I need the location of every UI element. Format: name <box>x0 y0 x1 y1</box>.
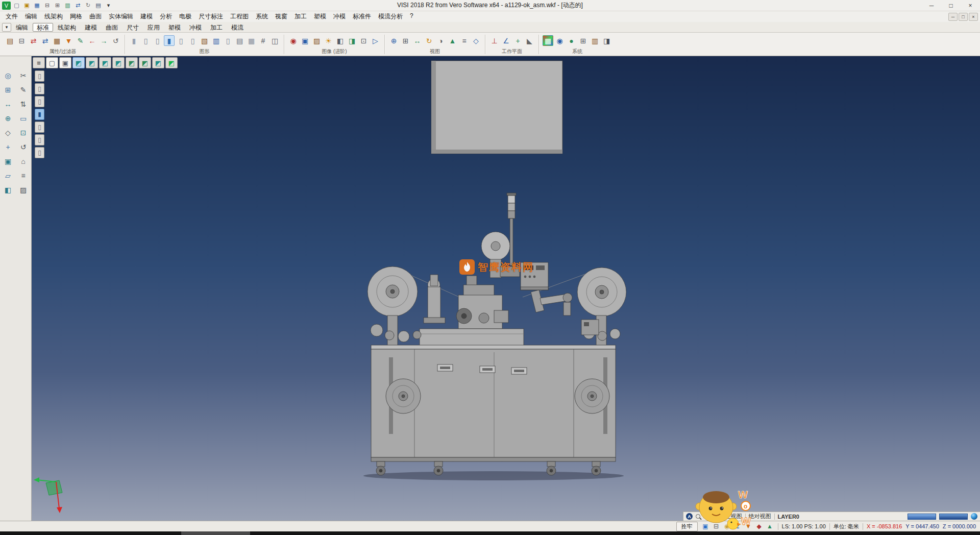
top-view-cube-icon[interactable]: ◩ <box>99 57 111 68</box>
menu-item[interactable]: ? <box>406 11 417 22</box>
background-icon[interactable]: ◨ <box>347 35 357 46</box>
menu-item[interactable]: 标准件 <box>349 11 375 22</box>
workplane-by-angle-icon[interactable]: ∠ <box>501 35 511 46</box>
ribbon-tab[interactable]: 模流 <box>227 23 248 32</box>
workplane-view-icon[interactable]: ◣ <box>524 35 535 46</box>
grid-toggle-icon[interactable]: # <box>258 35 268 46</box>
hatch-icon[interactable]: ▨ <box>17 184 30 196</box>
previous-view-icon[interactable]: ◑ <box>435 35 446 46</box>
shadows-icon[interactable]: ◧ <box>335 35 346 46</box>
print-icon[interactable]: ⊟ <box>43 2 52 10</box>
snapshot-icon[interactable]: ⊡ <box>358 35 369 46</box>
menu-item[interactable]: 网格 <box>66 11 86 22</box>
ribbon-tab[interactable]: 尺寸 <box>122 23 143 32</box>
shade-mode-icon[interactable]: ▮ <box>129 35 139 46</box>
ribbon-tab[interactable]: 曲面 <box>102 23 122 32</box>
element-color-icon[interactable]: ▧ <box>199 35 210 46</box>
zoom-fit-icon[interactable]: ⊕ <box>388 35 399 46</box>
menu-item[interactable]: 建模 <box>137 11 156 22</box>
plot-icon[interactable]: ⊞ <box>53 2 62 10</box>
animation-icon[interactable]: ▷ <box>370 35 381 46</box>
pan-icon[interactable]: ↔ <box>412 35 423 46</box>
mdi-minimize-button[interactable]: ─ <box>948 13 958 21</box>
filter-cylinder-icon-1[interactable]: ▯ <box>35 70 44 82</box>
attribute-print-icon[interactable]: ⊟ <box>16 35 27 46</box>
translate-icon[interactable]: ↔ <box>2 98 14 110</box>
select-icon[interactable]: ◎ <box>2 69 14 82</box>
ribbon-tab[interactable]: 线架构 <box>54 23 80 32</box>
layer-selector[interactable]: LAYER0 <box>778 514 799 520</box>
ribbon-tab[interactable]: 应用 <box>143 23 164 32</box>
ribbon-tab[interactable]: 标准 <box>33 23 53 32</box>
viewport-window-icon[interactable]: ▣ <box>59 57 71 68</box>
hidden-line-icon[interactable]: ▯ <box>152 35 163 46</box>
dynamic-view-cube-icon[interactable]: ◩ <box>165 57 178 68</box>
ribbon-tab[interactable]: 冲模 <box>185 23 206 32</box>
save-icon[interactable]: ▦ <box>33 2 41 10</box>
rotate-view-icon[interactable]: ↻ <box>424 35 434 46</box>
menu-item[interactable]: 线架构 <box>41 11 66 22</box>
left-view-cube-icon[interactable]: ◩ <box>139 57 151 68</box>
filter-cylinder-icon-4[interactable]: ▮ <box>35 109 44 120</box>
filter-edit-icon[interactable]: ✎ <box>75 35 86 46</box>
color-palette-icon[interactable]: ▦ <box>543 35 553 46</box>
edit-geometry-icon[interactable]: ✎ <box>17 84 30 96</box>
visi-logo[interactable]: V <box>2 2 11 10</box>
filter-cylinder-icon-6[interactable]: ▯ <box>35 134 44 145</box>
workspace-icon[interactable]: ◨ <box>601 35 612 46</box>
axes-toggle-icon[interactable]: ◫ <box>270 35 280 46</box>
workplane-origin-icon[interactable]: + <box>512 35 523 46</box>
menu-item[interactable]: 视窗 <box>272 11 291 22</box>
iso-view-cube-icon[interactable]: ◩ <box>72 57 85 68</box>
open-file-icon[interactable]: ▣ <box>22 2 31 10</box>
screen-layout-icon[interactable]: ▤ <box>94 2 103 10</box>
globe-icon[interactable]: ● <box>566 35 577 46</box>
menu-item[interactable]: 曲面 <box>86 11 105 22</box>
ribbon-tab[interactable]: 建模 <box>81 23 101 32</box>
close-button[interactable]: × <box>961 0 980 11</box>
maximize-button[interactable]: □ <box>941 0 961 11</box>
shaded-edges-icon[interactable]: ▮ <box>164 35 175 46</box>
zoom-window-icon[interactable]: ⊞ <box>400 35 411 46</box>
menu-item[interactable]: 实体编辑 <box>105 11 137 22</box>
attribute-browser-icon[interactable]: ▤ <box>5 35 15 46</box>
lighting-icon[interactable]: ☀ <box>323 35 334 46</box>
ribbon-tab[interactable]: 编辑 <box>12 23 32 32</box>
menu-item[interactable]: 塑模 <box>310 11 330 22</box>
front-view-cube-icon[interactable]: ◩ <box>86 57 98 68</box>
ribbon-tab[interactable]: 塑模 <box>164 23 185 32</box>
measure-icon[interactable]: ⊡ <box>17 127 30 139</box>
render-sphere-icon[interactable] <box>971 513 977 520</box>
menu-item[interactable]: 冲模 <box>330 11 349 22</box>
transparent-mode-icon[interactable]: ▯ <box>176 35 186 46</box>
minimize-button[interactable]: ─ <box>922 0 941 11</box>
tab-dropdown-button[interactable]: ▾ <box>2 23 11 32</box>
filter-cylinder-icon-2[interactable]: ▯ <box>35 83 44 94</box>
right-view-cube-icon[interactable]: ◩ <box>112 57 125 68</box>
menu-item[interactable]: 尺寸标注 <box>195 11 227 22</box>
menu-item[interactable]: 模流分析 <box>375 11 406 22</box>
system-grid-icon[interactable]: ⊞ <box>578 35 589 46</box>
offset-icon[interactable]: ⊕ <box>2 112 14 125</box>
calculator-icon[interactable]: ▥ <box>590 35 600 46</box>
qat-dropdown-icon[interactable]: ▾ <box>104 2 113 10</box>
erase-icon[interactable]: ✂ <box>17 69 30 82</box>
export-icon[interactable]: ↻ <box>84 2 92 10</box>
element-linestyle-icon[interactable]: ▥ <box>211 35 222 46</box>
viewport-plane-icon[interactable]: ▢ <box>46 57 58 68</box>
menu-item[interactable]: 电极 <box>176 11 195 22</box>
mdi-restore-button[interactable]: □ <box>959 13 968 21</box>
ghost-mode-icon[interactable]: ▯ <box>187 35 198 46</box>
textures-icon[interactable]: ▨ <box>311 35 322 46</box>
menu-item[interactable]: 编辑 <box>21 11 41 22</box>
view-swatch-2[interactable] <box>939 514 968 520</box>
list-icon[interactable]: ≡ <box>17 169 30 182</box>
rectangle-icon[interactable]: ▭ <box>17 112 30 125</box>
properties-icon[interactable]: ▣ <box>2 155 14 167</box>
filter-next-icon[interactable]: → <box>99 35 109 46</box>
taskbar-sliver[interactable] <box>0 531 980 535</box>
new-document-icon[interactable]: ▢ <box>12 2 21 10</box>
highlight-icon[interactable]: ▦ <box>246 35 257 46</box>
filter-cylinder-icon-3[interactable]: ▯ <box>35 96 44 107</box>
mdi-close-button[interactable]: × <box>969 13 978 21</box>
